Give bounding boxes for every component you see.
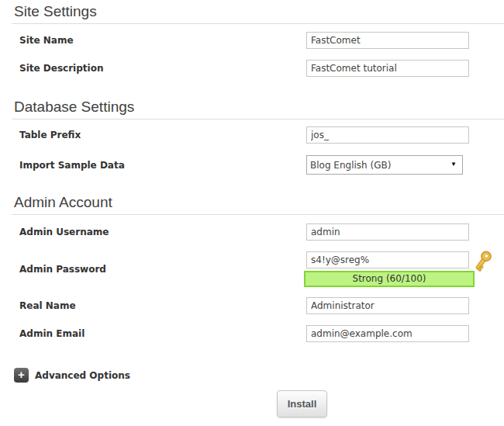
real-name-input[interactable] xyxy=(306,297,469,314)
installer-form: Site Settings Site Name Site Description… xyxy=(0,0,504,426)
form-row-import-sample-data: Import Sample Data Blog English (GB) ▼ xyxy=(0,155,504,175)
field-label-site-description: Site Description xyxy=(19,60,306,77)
advanced-options-label: Advanced Options xyxy=(35,370,130,381)
field-label-admin-email: Admin Email xyxy=(19,325,306,342)
install-button[interactable]: Install xyxy=(277,390,327,417)
password-generator-key-icon[interactable] xyxy=(473,249,495,272)
field-label-site-name: Site Name xyxy=(19,32,306,49)
import-sample-data-select[interactable]: Blog English (GB) xyxy=(306,155,463,175)
table-prefix-input[interactable] xyxy=(306,126,469,144)
section-title-admin-account: Admin Account xyxy=(12,194,504,214)
section-header-admin-account: Admin Account xyxy=(12,194,504,215)
site-name-input[interactable] xyxy=(306,32,469,49)
section-header-site-settings: Site Settings xyxy=(12,3,504,24)
section-header-database-settings: Database Settings xyxy=(12,99,504,119)
form-row-table-prefix: Table Prefix xyxy=(0,126,504,144)
field-label-admin-password: Admin Password xyxy=(19,251,306,287)
field-label-admin-username: Admin Username xyxy=(19,223,306,241)
form-row-site-name: Site Name xyxy=(0,32,504,49)
field-label-real-name: Real Name xyxy=(19,297,306,314)
form-row-site-description: Site Description xyxy=(0,60,504,77)
password-strength-meter: Strong (60/100) xyxy=(304,271,475,287)
advanced-options-toggle[interactable]: + Advanced Options xyxy=(14,368,154,383)
install-button-container: Install xyxy=(0,390,504,417)
form-row-admin-email: Admin Email xyxy=(0,325,504,342)
site-description-input[interactable] xyxy=(306,60,469,77)
plus-icon[interactable]: + xyxy=(14,368,29,383)
form-row-real-name: Real Name xyxy=(0,297,504,314)
section-title-site-settings: Site Settings xyxy=(12,3,504,23)
form-row-admin-username: Admin Username xyxy=(0,223,504,241)
admin-email-input[interactable] xyxy=(306,325,469,342)
admin-username-input[interactable] xyxy=(306,223,469,241)
field-label-table-prefix: Table Prefix xyxy=(19,126,306,144)
section-title-database-settings: Database Settings xyxy=(12,99,504,119)
field-label-import-sample-data: Import Sample Data xyxy=(19,155,306,175)
admin-password-input[interactable] xyxy=(306,251,469,268)
form-row-admin-password: Admin Password Strong (60/100) xyxy=(0,251,504,287)
